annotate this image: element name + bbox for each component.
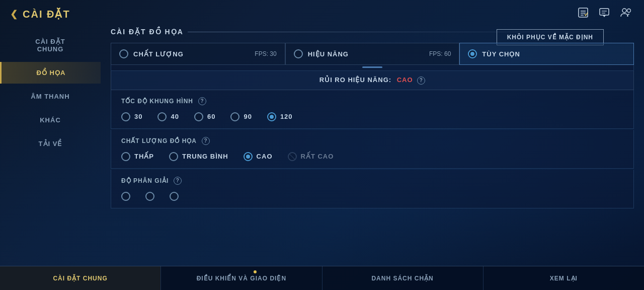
page-title: CÀI ĐẶT (23, 8, 70, 20)
resolution-options (121, 192, 623, 201)
radio-very-high (288, 152, 297, 161)
graphics-quality-options: THẤP TRUNG BÌNH CAO RẤT CAO (121, 152, 623, 161)
header-left: ❮ CÀI ĐẶT (10, 8, 70, 20)
scroll-indicator-bar (111, 65, 634, 71)
radio-res-1 (121, 192, 130, 201)
radio-performance (294, 49, 303, 58)
chat-icon[interactable] (599, 7, 610, 21)
mode-tab-quality[interactable]: CHẤT LƯỢNG FPS: 30 (111, 43, 285, 65)
sidebar-item-general[interactable]: CÀI ĐẶT CHUNG (0, 31, 101, 60)
bottom-nav-replay[interactable]: XEM LẠI (484, 266, 644, 290)
resolution-option-3[interactable] (170, 192, 179, 201)
radio-30 (121, 112, 130, 121)
section-title: CÀI ĐẶT ĐỒ HỌA (111, 26, 634, 36)
bottom-nav: CÀI ĐẶT CHUNG ĐIỀU KHIỂN VÀ GIAO DIỆN DA… (0, 266, 644, 290)
radio-90 (230, 112, 239, 121)
radio-60 (194, 112, 203, 121)
mode-tabs: CHẤT LƯỢNG FPS: 30 HIỆU NĂNG FPS: 60 TÙY… (111, 43, 634, 65)
notification-dot (254, 270, 257, 273)
graphics-quality-panel: CHẤT LƯỢNG ĐỒ HỌA ? THẤP TRUNG BÌNH CAO (111, 130, 634, 169)
svg-rect-4 (600, 9, 609, 15)
radio-low (121, 152, 130, 161)
frame-rate-option-90[interactable]: 90 (230, 112, 252, 121)
checklist-icon[interactable] (578, 7, 589, 21)
header-icons (578, 7, 632, 21)
header: ❮ CÀI ĐẶT (0, 0, 644, 26)
bottom-nav-settings[interactable]: CÀI ĐẶT CHUNG (0, 266, 161, 290)
sidebar-item-audio[interactable]: ÂM THANH (0, 86, 101, 107)
frame-rate-option-120[interactable]: 120 (267, 112, 293, 121)
main-layout: CÀI ĐẶT CHUNG ĐỒ HỌA ÂM THANH KHÁC TẢI V… (0, 26, 644, 266)
svg-rect-0 (579, 8, 588, 17)
resolution-panel: ĐỘ PHÂN GIẢI ? (111, 170, 634, 208)
radio-quality (119, 49, 128, 58)
svg-point-7 (622, 9, 626, 13)
mode-tab-custom[interactable]: TÙY CHỌN (459, 43, 634, 65)
warning-bar: RỦI RO HIỆU NĂNG: CAO ? (111, 71, 634, 90)
quality-option-medium[interactable]: TRUNG BÌNH (169, 152, 228, 161)
radio-custom (468, 49, 477, 58)
bottom-nav-controls[interactable]: ĐIỀU KHIỂN VÀ GIAO DIỆN (161, 266, 322, 290)
scroll-indicator (362, 66, 382, 68)
frame-rate-option-40[interactable]: 40 (157, 112, 179, 121)
frame-rate-options: 30 40 60 90 120 (121, 112, 623, 121)
radio-120 (267, 112, 276, 121)
mode-tab-performance[interactable]: HIỆU NĂNG FPS: 60 (285, 43, 460, 65)
quality-option-very-high[interactable]: RẤT CAO (288, 152, 334, 161)
frame-rate-option-60[interactable]: 60 (194, 112, 215, 121)
warning-help-icon[interactable]: ? (417, 77, 425, 85)
radio-medium (169, 152, 178, 161)
svg-point-8 (627, 9, 631, 13)
radio-40 (157, 112, 167, 121)
bottom-nav-blocklist[interactable]: DANH SÁCH CHẶN (323, 266, 484, 290)
frame-rate-label: TỐC ĐỘ KHUNG HÌNH ? (121, 97, 623, 105)
graphics-quality-help-icon[interactable]: ? (202, 137, 210, 145)
radio-res-2 (145, 192, 154, 201)
back-icon[interactable]: ❮ (10, 9, 18, 20)
resolution-label: ĐỘ PHÂN GIẢI ? (121, 177, 623, 185)
graphics-quality-label: CHẤT LƯỢNG ĐỒ HỌA ? (121, 137, 623, 145)
sidebar-item-graphics[interactable]: ĐỒ HỌA (0, 62, 101, 84)
sidebar: CÀI ĐẶT CHUNG ĐỒ HỌA ÂM THANH KHÁC TẢI V… (0, 26, 101, 266)
radio-high (244, 152, 253, 161)
resolution-option-2[interactable] (145, 192, 154, 201)
resolution-option-1[interactable] (121, 192, 130, 201)
frame-rate-help-icon[interactable]: ? (198, 97, 206, 105)
frame-rate-option-30[interactable]: 30 (121, 112, 142, 121)
content-area: CÀI ĐẶT ĐỒ HỌA CHẤT LƯỢNG FPS: 30 HIỆU N… (101, 26, 644, 266)
sidebar-item-other[interactable]: KHÁC (0, 109, 101, 131)
profile-icon[interactable] (620, 7, 632, 21)
frame-rate-panel: TỐC ĐỘ KHUNG HÌNH ? 30 40 60 90 (111, 90, 634, 129)
resolution-help-icon[interactable]: ? (174, 177, 182, 185)
quality-option-high[interactable]: CAO (244, 152, 273, 161)
radio-res-3 (170, 192, 179, 201)
sidebar-item-download[interactable]: TẢI VỀ (0, 133, 101, 155)
quality-option-low[interactable]: THẤP (121, 152, 154, 161)
